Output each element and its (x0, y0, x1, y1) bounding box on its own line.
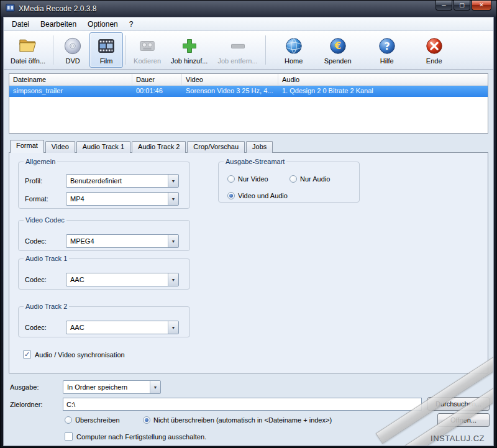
audio1-codec-value: AAC (66, 276, 168, 283)
chevron-down-icon: ▼ (168, 321, 178, 334)
tab-audio-track-1[interactable]: Audio Track 1 (76, 141, 130, 153)
donate-coin-icon: € (329, 36, 347, 56)
home-globe-icon (285, 36, 303, 56)
profil-value: Benutzerdefiniert (66, 177, 168, 185)
group-audio-track-2: Audio Track 2 Codec: AAC ▼ (18, 303, 190, 337)
tab-video[interactable]: Video (45, 141, 75, 153)
file-row-selected[interactable]: simpsons_trailer 00:01:46 Sorenson Video… (9, 86, 488, 97)
column-header-dateiname[interactable]: Dateiname (9, 74, 132, 85)
close-button[interactable]: ✕ (472, 1, 491, 11)
radio-label: Nur Video (238, 175, 268, 183)
audio2-codec-value: AAC (66, 324, 168, 331)
sync-checkbox[interactable]: ✓ Audio / Video synchronisation (23, 350, 125, 359)
tab-control: Format Video Audio Track 1 Audio Track 2… (9, 140, 488, 374)
add-job-icon (181, 36, 198, 56)
minimize-button[interactable]: ─ (435, 1, 452, 11)
button-label: Durchsuchen... (435, 400, 481, 408)
codec-label: Codec: (25, 324, 47, 331)
home-button[interactable]: Home (277, 32, 311, 68)
toolbar-label: Job hinzuf... (171, 57, 207, 65)
remove-job-button: Job entfern... (212, 32, 262, 68)
menu-help[interactable]: ? (124, 18, 139, 30)
radio-nicht-ueberschreiben[interactable]: Nicht überschreiben (automatisch in <Dat… (143, 416, 332, 424)
file-list: Dateiname Dauer Video Audio simpsons_tra… (9, 73, 488, 134)
exit-button[interactable]: Ende (417, 32, 451, 68)
cell-dateiname: simpsons_trailer (9, 86, 132, 97)
add-job-button[interactable]: Job hinzuf... (166, 32, 212, 68)
menu-datei[interactable]: Datei (6, 18, 35, 30)
ausgabe-label: Ausgabe: (10, 383, 39, 391)
radio-ueberschreiben[interactable]: Überschreiben (65, 416, 120, 424)
radio-nur-video[interactable]: Nur Video (227, 175, 268, 183)
cell-audio: 1. Qdesign 2 0 Bitrate 2 Kanal (278, 86, 488, 97)
remove-job-icon (229, 36, 247, 56)
toolbar-label: Kodieren (134, 57, 161, 65)
app-window: XMedia Recode 2.0.3.8 ─ ▢ ✕ Datei Bearbe… (0, 0, 497, 448)
menubar: Datei Bearbeiten Optionen ? (4, 17, 493, 31)
shutdown-checkbox[interactable]: Computer nach Fertigstellung ausschalten… (65, 432, 206, 441)
toolbar-label: DVD (65, 57, 80, 65)
format-value: MP4 (66, 195, 168, 203)
tab-format[interactable]: Format (10, 140, 44, 153)
audio1-codec-combobox[interactable]: AAC ▼ (66, 273, 179, 286)
titlebar[interactable]: XMedia Recode 2.0.3.8 ─ ▢ ✕ (3, 1, 494, 17)
column-header-video[interactable]: Video (182, 74, 278, 85)
film-icon (97, 36, 116, 56)
toolbar-label: Ende (426, 57, 442, 65)
radio-video-und-audio[interactable]: Video und Audio (227, 192, 288, 199)
svg-text:€: € (334, 40, 340, 52)
radio-nur-audio[interactable]: Nur Audio (290, 175, 330, 183)
group-allgemein: Allgemein Profil: Benutzerdefiniert ▼ Fo… (18, 158, 190, 209)
file-list-header: Dateiname Dauer Video Audio (9, 74, 488, 86)
radio-label: Video und Audio (238, 192, 288, 199)
window-controls: ─ ▢ ✕ (435, 1, 491, 17)
group-video-codec: Video Codec Codec: MPEG4 ▼ (18, 216, 190, 251)
group-ausgabe-streamart: Ausgabe-Streamart Nur Video Nur Audio Vi… (218, 158, 360, 203)
codec-label: Codec: (25, 237, 47, 245)
codec-label: Codec: (25, 276, 47, 283)
profil-label: Profil: (25, 177, 42, 185)
ausgabe-combobox[interactable]: In Ordner speichern ▼ (63, 380, 161, 394)
exit-icon (425, 36, 444, 56)
donate-button[interactable]: € Spenden (319, 32, 357, 68)
toolbar-label: Hilfe (380, 57, 394, 65)
tab-crop-vorschau[interactable]: Crop/Vorschau (187, 141, 245, 153)
dvd-button[interactable]: DVD (56, 32, 89, 68)
profil-combobox[interactable]: Benutzerdefiniert ▼ (66, 174, 179, 188)
cell-dauer: 00:01:46 (132, 86, 182, 97)
video-codec-combobox[interactable]: MPEG4 ▼ (66, 234, 179, 248)
toolbar-separator (265, 35, 266, 65)
film-button[interactable]: Film (89, 32, 123, 68)
tab-jobs[interactable]: Jobs (246, 141, 273, 153)
durchsuchen-button[interactable]: Durchsuchen... (427, 397, 490, 411)
encode-button: Kodieren (129, 32, 166, 68)
menu-bearbeiten[interactable]: Bearbeiten (35, 18, 82, 30)
output-section: Ausgabe: In Ordner speichern ▼ Zielordne… (4, 378, 493, 447)
oeffnen-button[interactable]: Öffnen... (437, 413, 490, 427)
column-header-dauer[interactable]: Dauer (132, 74, 182, 85)
window-title: XMedia Recode 2.0.3.8 (19, 4, 96, 13)
maximize-button[interactable]: ▢ (454, 1, 470, 11)
toolbar-label: Job entfern... (217, 57, 257, 65)
open-file-button[interactable]: Datei öffn... (6, 32, 50, 68)
encode-icon (138, 36, 157, 56)
chevron-down-icon: ▼ (168, 235, 178, 247)
column-header-audio[interactable]: Audio (278, 74, 488, 85)
checkbox-icon (65, 432, 73, 441)
chevron-down-icon: ▼ (168, 175, 178, 187)
group-title: Ausgabe-Streamart (224, 158, 286, 165)
zielordner-label: Zielordner: (10, 401, 43, 408)
menu-optionen[interactable]: Optionen (82, 18, 124, 30)
audio2-codec-combobox[interactable]: AAC ▼ (66, 321, 179, 334)
toolbar: Datei öffn... DVD Film Kodieren (4, 31, 493, 70)
cell-video: Sorenson Video 3 25 Hz, 4... (182, 86, 278, 97)
radio-icon (65, 416, 72, 424)
tab-audio-track-2[interactable]: Audio Track 2 (132, 141, 186, 153)
format-combobox[interactable]: MP4 ▼ (66, 192, 179, 206)
svg-text:?: ? (384, 40, 390, 52)
radio-icon (227, 192, 235, 199)
group-audio-track-1: Audio Track 1 Codec: AAC ▼ (18, 255, 190, 290)
help-button[interactable]: ? Hilfe (370, 32, 404, 68)
chevron-down-icon: ▼ (168, 273, 178, 286)
zielordner-input[interactable] (63, 398, 422, 411)
